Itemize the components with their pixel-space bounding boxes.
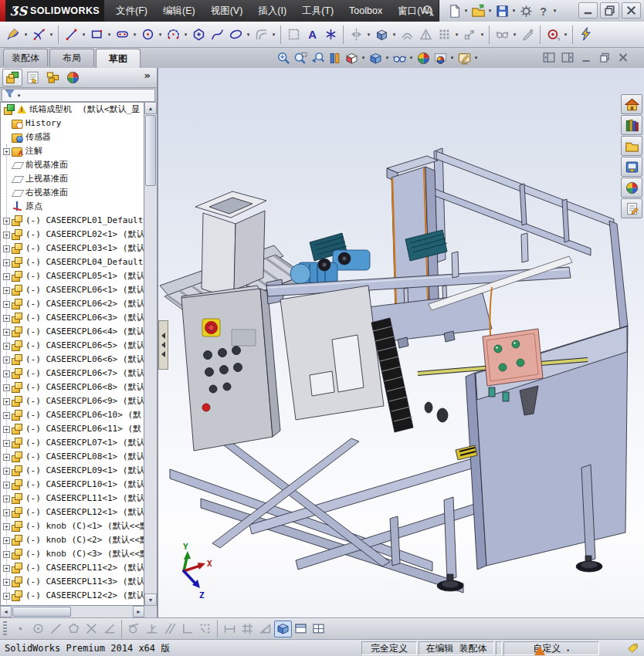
- grid-snap-icon[interactable]: [239, 620, 256, 637]
- ellipse-icon[interactable]: [226, 25, 245, 45]
- smart-dimension-caret[interactable]: ▾: [48, 32, 55, 38]
- circle-caret[interactable]: ▾: [157, 32, 164, 38]
- tree-item[interactable]: + (-) CASEERCPL10<1> (默认: [1, 478, 144, 492]
- grid-dots-snap-icon[interactable]: [196, 620, 214, 637]
- move-caret[interactable]: ▾: [479, 32, 486, 38]
- tree-item[interactable]: + (-) CASEERCPL11<1> (默认: [1, 492, 144, 506]
- search-icon[interactable]: [422, 4, 436, 18]
- expand-toggle-icon[interactable]: +: [3, 370, 10, 377]
- tree-item[interactable]: + (-) CASEERCPL06<1> (默认: [1, 283, 144, 297]
- ellipse-caret[interactable]: ▾: [245, 32, 252, 38]
- tree-item[interactable]: + (-) CASEERCPL06<4> (默认: [1, 325, 144, 339]
- tree-item[interactable]: + (-) CASEERCPL09<1> (默认: [1, 464, 144, 478]
- expand-toggle-icon[interactable]: +: [3, 537, 10, 544]
- filter-icon[interactable]: [4, 88, 15, 103]
- tree-item[interactable]: + (-) knob (C)<2> (默认<<默: [1, 533, 144, 547]
- fillet-caret[interactable]: ▾: [270, 32, 277, 38]
- scroll-up-icon[interactable]: ▲: [144, 102, 157, 114]
- grid-pattern-icon[interactable]: [435, 25, 453, 45]
- tree-item[interactable]: + (-) CASEERCPL02<1> (默认: [1, 228, 144, 242]
- solidworks-resources-icon[interactable]: [621, 94, 642, 114]
- view-orientation-caret[interactable]: ▾: [360, 55, 367, 61]
- tree-item[interactable]: + (-) CASEERCPL12<1> (默认: [1, 506, 144, 519]
- view-settings-icon[interactable]: [456, 49, 473, 66]
- expand-toggle-icon[interactable]: +: [3, 398, 10, 405]
- tree-item[interactable]: + (-) knob (C)<3> (默认<<默: [1, 547, 144, 561]
- polygon-icon[interactable]: [189, 25, 208, 45]
- quick-snaps-icon[interactable]: [544, 25, 562, 45]
- parallel-snap-icon[interactable]: [161, 620, 178, 637]
- corner-rectangle-icon[interactable]: [87, 25, 106, 45]
- mirror-caret[interactable]: ▾: [365, 32, 372, 38]
- line-snap-icon[interactable]: [47, 620, 65, 637]
- point-icon[interactable]: [321, 25, 340, 45]
- expand-toggle-icon[interactable]: +: [3, 440, 10, 447]
- arc-caret[interactable]: ▾: [182, 32, 189, 38]
- hide-show-caret[interactable]: ▾: [408, 55, 415, 61]
- tree-item[interactable]: + (-) CASEERCPL01_Default: [1, 214, 144, 228]
- tree-item[interactable]: + (-) CASEERCPL04_Default: [1, 255, 144, 269]
- tree-item[interactable]: + (-) CASEERCPL03<1> (默认: [1, 242, 144, 255]
- open-document-icon[interactable]: [469, 2, 486, 19]
- tree-item[interactable]: 原点: [1, 200, 144, 214]
- restore-icon[interactable]: [600, 2, 619, 19]
- scroll-right-icon[interactable]: ►: [133, 606, 144, 617]
- tree-item[interactable]: + (-) CASEERCPL11<2> (默认: [1, 561, 144, 575]
- polygon-snap-icon[interactable]: [65, 620, 83, 637]
- length-snap-icon[interactable]: [221, 620, 239, 637]
- tree-item[interactable]: 前视基准面: [1, 158, 144, 172]
- snaps-caret[interactable]: ▾: [562, 32, 569, 38]
- property-manager-icon[interactable]: [22, 69, 42, 86]
- tree-item[interactable]: + (-) knob (C)<1> (默认<<默: [1, 519, 144, 533]
- sketch-icon[interactable]: [4, 25, 22, 45]
- toolbar-name-label[interactable]: 自定义 ▴: [503, 641, 599, 655]
- tree-item[interactable]: + (-) CASEERCPL06<2> (默认: [1, 297, 144, 311]
- tab-sketch[interactable]: 草图: [96, 49, 141, 68]
- new-document-caret[interactable]: ▾: [463, 8, 469, 14]
- spline-icon[interactable]: [208, 25, 226, 45]
- sketch-caret[interactable]: ▾: [22, 32, 29, 38]
- design-library-icon[interactable]: [621, 115, 642, 135]
- repair-sketch-icon[interactable]: [518, 25, 537, 45]
- tree-item[interactable]: 传感器: [1, 130, 144, 144]
- tree-root-item[interactable]: 纸箱成型机 (默认<默认_显: [1, 103, 144, 117]
- rapid-sketch-icon[interactable]: [576, 25, 595, 45]
- section-panel-icon[interactable]: [292, 620, 310, 637]
- expand-toggle-icon[interactable]: +: [3, 343, 10, 350]
- vertical-scroll-thumb[interactable]: [145, 115, 156, 186]
- tree-item[interactable]: + (-) CASEERCPL06<10> (默: [1, 408, 144, 422]
- expand-panel-chevrons[interactable]: »: [144, 69, 151, 81]
- tab-assembly[interactable]: 装配体: [3, 49, 48, 66]
- pattern-caret[interactable]: ▾: [453, 32, 460, 38]
- expand-toggle-icon[interactable]: +: [3, 579, 10, 586]
- point-snap-icon[interactable]: [12, 620, 29, 637]
- save-document-icon[interactable]: [493, 2, 510, 19]
- move-entities-icon[interactable]: [460, 25, 479, 45]
- expand-toggle-icon[interactable]: +: [3, 468, 10, 475]
- view-settings-caret[interactable]: ▾: [473, 55, 480, 61]
- help-caret[interactable]: ▾: [551, 8, 558, 14]
- expand-toggle-icon[interactable]: +: [3, 245, 10, 252]
- menu-item[interactable]: 文件(F): [108, 0, 155, 22]
- expand-toggle-icon[interactable]: +: [3, 454, 10, 461]
- centerpoint-arc-icon[interactable]: [164, 25, 182, 45]
- new-document-icon[interactable]: [446, 2, 463, 19]
- tree-item[interactable]: 上视基准面: [1, 172, 144, 186]
- expand-toggle-icon[interactable]: +: [3, 384, 10, 391]
- section-view-icon[interactable]: [326, 49, 343, 66]
- graphics-area[interactable]: Y X Z: [158, 68, 644, 617]
- expand-toggle-icon[interactable]: +: [3, 329, 10, 336]
- smart-dimension-icon[interactable]: [29, 25, 48, 45]
- view-orientation-icon[interactable]: [343, 49, 360, 66]
- sketch-warning-icon[interactable]: [416, 25, 435, 45]
- tree-item[interactable]: + 注解: [1, 144, 144, 158]
- save-document-caret[interactable]: ▾: [510, 8, 517, 14]
- tangent-snap-icon[interactable]: [125, 620, 143, 637]
- menu-item[interactable]: 编辑(E): [155, 0, 203, 22]
- display-style-icon[interactable]: [367, 49, 384, 66]
- expand-toggle-icon[interactable]: +: [3, 357, 10, 364]
- tree-horizontal-scrollbar[interactable]: ◄ ►: [0, 606, 144, 617]
- corner-snap-icon[interactable]: [178, 620, 196, 637]
- expand-toggle-icon[interactable]: +: [3, 218, 10, 225]
- scroll-down-icon[interactable]: ▼: [144, 593, 157, 606]
